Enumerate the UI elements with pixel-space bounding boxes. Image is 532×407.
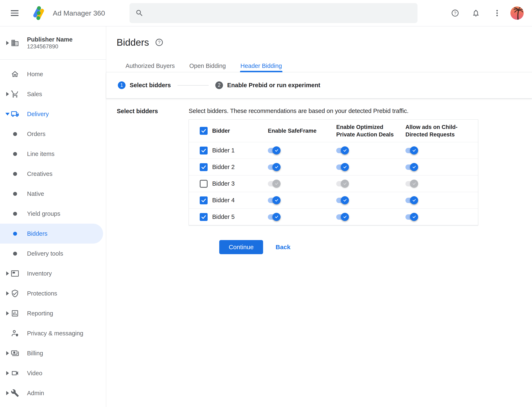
- child-directed-toggle[interactable]: [405, 146, 418, 155]
- sidebar-item-reporting[interactable]: Reporting: [0, 303, 106, 323]
- safeframe-toggle[interactable]: [268, 213, 281, 221]
- safeframe-toggle[interactable]: [268, 146, 281, 155]
- child-directed-toggle[interactable]: [405, 163, 418, 172]
- help-icon[interactable]: ?: [451, 8, 460, 18]
- person-shield-icon: [11, 329, 19, 337]
- sidebar-item-inventory[interactable]: Inventory: [0, 264, 106, 283]
- optimized-deals-toggle[interactable]: [336, 180, 349, 188]
- publisher-name: Publisher Name: [27, 36, 73, 43]
- child-directed-toggle[interactable]: [405, 213, 418, 221]
- sidebar-item-sales[interactable]: Sales: [0, 84, 106, 104]
- bidder-name: Bidder 4: [212, 197, 268, 204]
- more-options-icon[interactable]: [492, 8, 502, 18]
- global-search[interactable]: [129, 3, 418, 23]
- menu-icon[interactable]: [11, 8, 20, 18]
- publisher-account-switcher[interactable]: Publisher Name 1234567890: [0, 26, 106, 60]
- optimized-deals-toggle[interactable]: [336, 163, 349, 172]
- expand-right-icon: [4, 291, 11, 296]
- bidder-name: Bidder 5: [212, 213, 268, 220]
- palm-tree-image: [510, 7, 524, 20]
- row-checkbox[interactable]: [200, 163, 208, 171]
- expand-right-icon: [4, 92, 11, 96]
- page-title: Bidders: [117, 37, 149, 48]
- tab-header-bidding[interactable]: Header Bidding: [240, 63, 282, 72]
- sidebar-navigation: Publisher Name 1234567890 Home: [0, 26, 106, 407]
- bullet-icon: [11, 132, 19, 136]
- step-enable-prebid: 2 Enable Prebid or run experiment: [215, 81, 320, 89]
- sidebar-item-video[interactable]: Video: [0, 363, 106, 383]
- sidebar-item-native[interactable]: Native: [0, 184, 106, 204]
- publisher-id: 1234567890: [27, 43, 58, 50]
- bullet-icon: [11, 152, 19, 156]
- column-header-child-directed: Allow ads on Child-Directed Requests: [405, 123, 460, 138]
- page-help-icon[interactable]: ?: [155, 38, 163, 47]
- bullet-icon: [11, 232, 19, 236]
- account-avatar[interactable]: [510, 7, 524, 20]
- main-content: Bidders ? Authorized Buyers Open Bidding…: [106, 26, 532, 407]
- sidebar-item-protections[interactable]: Protections: [0, 283, 106, 303]
- videocam-icon: [11, 369, 19, 377]
- table-header-row: Bidder Enable SafeFrame Enable Optimized…: [189, 120, 478, 142]
- expand-right-icon: [4, 41, 11, 45]
- ad-manager-logo-icon: [30, 5, 47, 21]
- form-actions: Continue Back: [219, 240, 532, 254]
- wizard-stepper: 1 Select bidders 2 Enable Prebid or run …: [106, 72, 532, 98]
- sidebar-item-admin[interactable]: Admin: [0, 383, 106, 403]
- row-checkbox[interactable]: [200, 213, 208, 221]
- sidebar-item-line-items[interactable]: Line items: [0, 144, 106, 164]
- step-number-badge: 2: [215, 81, 223, 89]
- sidebar-item-delivery[interactable]: Delivery: [0, 104, 106, 124]
- bullet-icon: [11, 192, 19, 196]
- svg-text:?: ?: [454, 11, 456, 15]
- optimized-deals-toggle[interactable]: [336, 146, 349, 155]
- search-input[interactable]: [148, 3, 412, 23]
- top-app-bar: Ad Manager 360 ?: [0, 0, 532, 26]
- form-section: Select bidders Select bidders. These rec…: [106, 98, 532, 225]
- wrench-icon: [11, 389, 19, 397]
- row-checkbox[interactable]: [200, 147, 208, 155]
- child-directed-toggle[interactable]: [405, 196, 418, 205]
- child-directed-toggle[interactable]: [405, 180, 418, 188]
- sidebar-item-privacy-messaging[interactable]: Privacy & messaging: [0, 323, 106, 343]
- sidebar-item-orders[interactable]: Orders: [0, 124, 106, 144]
- sidebar-menu: Home Sales Delivery: [0, 60, 106, 403]
- sidebar-item-home[interactable]: Home: [0, 64, 106, 84]
- building-icon: [11, 39, 19, 47]
- continue-button[interactable]: Continue: [219, 240, 263, 254]
- optimized-deals-toggle[interactable]: [336, 213, 349, 221]
- app-shell: Publisher Name 1234567890 Home: [0, 26, 532, 407]
- safeframe-toggle[interactable]: [268, 163, 281, 172]
- collapse-down-icon: [4, 113, 11, 116]
- safeframe-toggle[interactable]: [268, 196, 281, 205]
- page-header: Bidders ? Authorized Buyers Open Bidding…: [106, 26, 532, 98]
- topbar-actions: ?: [451, 7, 524, 20]
- row-checkbox[interactable]: [200, 180, 208, 188]
- bidder-name: Bidder 2: [212, 164, 268, 171]
- column-header-bidder: Bidder: [212, 127, 268, 134]
- expand-right-icon: [4, 351, 11, 355]
- notifications-icon[interactable]: [471, 8, 480, 18]
- table-row: Bidder 2: [189, 159, 478, 175]
- tab-authorized-buyers[interactable]: Authorized Buyers: [125, 63, 175, 72]
- select-all-checkbox[interactable]: [200, 127, 208, 135]
- tab-bar: Authorized Buyers Open Bidding Header Bi…: [125, 63, 532, 72]
- back-button[interactable]: Back: [275, 243, 290, 251]
- optimized-deals-toggle[interactable]: [336, 196, 349, 205]
- inventory-icon: [11, 269, 19, 278]
- sidebar-item-creatives[interactable]: Creatives: [0, 164, 106, 184]
- bidders-table: Bidder Enable SafeFrame Enable Optimized…: [189, 119, 478, 225]
- sidebar-item-bidders[interactable]: Bidders: [0, 224, 106, 243]
- sidebar-item-billing[interactable]: Billing: [0, 343, 106, 363]
- table-row: Bidder 3: [189, 175, 478, 192]
- safeframe-toggle[interactable]: [268, 180, 281, 188]
- table-row: Bidder 5: [189, 209, 478, 225]
- app-title: Ad Manager 360: [53, 9, 105, 17]
- sidebar-item-yield-groups[interactable]: Yield groups: [0, 204, 106, 224]
- sidebar-item-delivery-tools[interactable]: Delivery tools: [0, 243, 106, 264]
- expand-right-icon: [4, 391, 11, 395]
- bullet-icon: [11, 212, 19, 216]
- bullet-icon: [11, 172, 19, 176]
- tab-open-bidding[interactable]: Open Bidding: [189, 63, 226, 72]
- row-checkbox[interactable]: [200, 196, 208, 204]
- table-row: Bidder 4: [189, 192, 478, 209]
